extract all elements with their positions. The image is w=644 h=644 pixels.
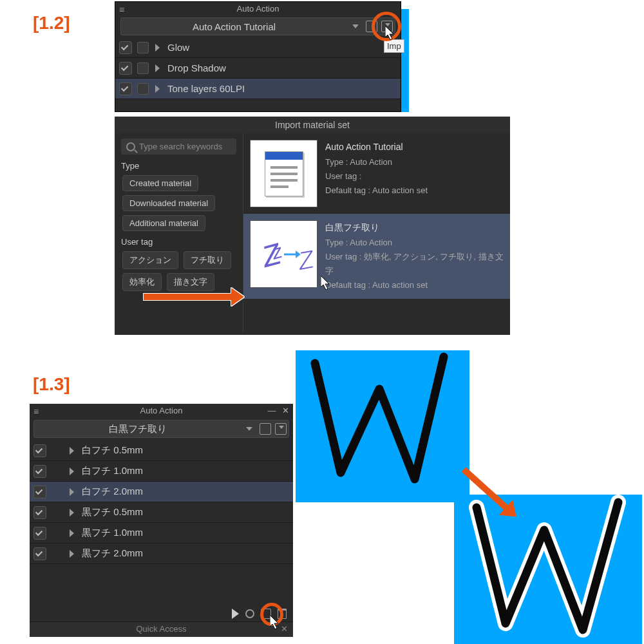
step-label-12: [1.2] <box>33 13 70 33</box>
record-button[interactable] <box>245 609 254 618</box>
example-after <box>454 495 642 644</box>
checkbox[interactable] <box>119 62 132 75</box>
panel-title: Auto Action <box>30 404 293 417</box>
checkbox[interactable] <box>119 41 132 54</box>
type-section-label: Type <box>121 161 236 171</box>
usertag-section-label: User tag <box>121 237 236 247</box>
checkbox[interactable] <box>33 465 46 478</box>
material-title: Auto Action Tutorial <box>325 140 428 155</box>
checkbox[interactable] <box>33 444 46 457</box>
chevron-right-icon[interactable] <box>70 550 74 558</box>
action-name: 白フチ 1.0mm <box>82 465 143 477</box>
close-button[interactable]: ✕ <box>282 406 289 415</box>
material-title: 白黒フチ取り <box>325 220 504 236</box>
material-usertag: User tag : 効率化, アクション, フチ取り, 描き文字 <box>325 250 504 278</box>
folder-icon[interactable] <box>260 423 271 435</box>
play-button[interactable] <box>232 609 239 619</box>
folder-icon[interactable] <box>366 21 377 32</box>
type-tag[interactable]: Created material <box>122 175 198 191</box>
material-default-tag: Default tag : Auto action set <box>325 184 428 198</box>
action-name: 黒フチ 1.0mm <box>82 527 143 539</box>
chevron-down-icon <box>352 24 359 28</box>
chevron-right-icon[interactable] <box>155 44 160 52</box>
document-icon <box>265 151 303 196</box>
import-icon[interactable] <box>275 423 287 435</box>
action-row[interactable]: 黒フチ 1.0mm <box>30 523 293 544</box>
search-icon <box>126 142 135 151</box>
action-row[interactable]: 白フチ 1.0mm <box>30 461 293 482</box>
type-tag[interactable]: Additional material <box>122 215 205 231</box>
blue-accent <box>401 9 409 112</box>
record-box[interactable] <box>137 62 149 74</box>
menu-icon[interactable]: ≡ <box>33 406 39 417</box>
window-controls: — ✕ <box>263 406 289 415</box>
action-set-dropdown[interactable]: Auto Action Tutorial <box>120 17 395 35</box>
action-name: 白フチ 2.0mm <box>82 486 143 498</box>
user-tag[interactable]: フチ取り <box>184 251 231 269</box>
cursor-icon <box>321 276 331 290</box>
user-tag[interactable]: 描き文字 <box>167 273 214 291</box>
annotation-arrow <box>144 294 232 300</box>
action-name: 黒フチ 2.0mm <box>82 547 143 560</box>
action-row[interactable]: Drop Shadow <box>115 58 401 79</box>
import-material-set-dialog: Import material set Type search keywords… <box>115 117 510 335</box>
checkbox[interactable] <box>33 506 46 519</box>
material-default-tag: Default tag : Auto action set <box>325 278 504 292</box>
cursor-icon <box>385 26 395 40</box>
auto-action-panel: ≡ Auto Action Auto Action Tutorial Glow … <box>115 1 401 112</box>
action-row[interactable]: 黒フチ 0.5mm <box>30 502 293 523</box>
type-tag[interactable]: Downloaded material <box>122 195 215 211</box>
auto-action-panel-2: ≡ Auto Action — ✕ 白黒フチ取り 白フチ 0.5mm 白フチ 1… <box>30 404 293 637</box>
material-thumbnail: Z z Z <box>250 220 317 288</box>
chevron-right-icon[interactable] <box>155 85 160 93</box>
material-usertag: User tag : <box>325 169 428 184</box>
action-row[interactable]: 白フチ 0.5mm <box>30 440 293 461</box>
action-name: Drop Shadow <box>167 62 226 73</box>
dropdown-label: 白黒フチ取り <box>34 423 241 435</box>
panel-title: Auto Action <box>115 2 401 15</box>
chevron-right-icon[interactable] <box>70 488 74 496</box>
action-row[interactable]: Glow <box>115 37 401 58</box>
chevron-right-icon[interactable] <box>70 468 74 475</box>
chevron-down-icon <box>246 427 252 431</box>
chevron-right-icon[interactable] <box>70 529 74 537</box>
material-type: Type : Auto Action <box>325 155 428 169</box>
chevron-right-icon[interactable] <box>70 447 74 455</box>
dropdown-label: Auto Action Tutorial <box>121 21 347 32</box>
checkbox[interactable] <box>33 547 46 560</box>
action-name: Glow <box>167 42 189 53</box>
checkbox[interactable] <box>33 486 46 498</box>
material-item[interactable]: Auto Action Tutorial Type : Auto Action … <box>243 133 510 214</box>
user-tag[interactable]: 効率化 <box>122 273 162 291</box>
filter-sidebar: Type search keywords Type Created materi… <box>115 133 243 333</box>
action-row[interactable]: 黒フチ 2.0mm <box>30 544 293 564</box>
chevron-right-icon[interactable] <box>155 64 160 72</box>
dialog-title: Import material set <box>115 117 510 133</box>
material-thumbnail <box>250 140 317 207</box>
close-icon[interactable]: ✕ <box>281 624 288 634</box>
action-set-dropdown[interactable]: 白黒フチ取り <box>33 420 289 438</box>
tooltip: Imp <box>384 39 404 53</box>
checkbox[interactable] <box>119 82 132 95</box>
record-box[interactable] <box>137 83 149 95</box>
cursor-icon <box>270 615 280 629</box>
material-type: Type : Auto Action <box>325 236 504 250</box>
quick-access-bar[interactable]: Quick Access ✕ <box>30 621 293 637</box>
search-input[interactable]: Type search keywords <box>121 138 236 155</box>
minimize-button[interactable]: — <box>267 406 276 415</box>
example-before <box>296 350 469 502</box>
action-row[interactable]: Tone layers 60LPI <box>115 79 401 99</box>
chevron-right-icon[interactable] <box>70 509 74 516</box>
action-name: 白フチ 0.5mm <box>82 444 143 457</box>
user-tag[interactable]: アクション <box>122 251 178 269</box>
record-box[interactable] <box>137 42 149 53</box>
checkbox[interactable] <box>33 527 46 540</box>
svg-text:Z: Z <box>295 244 316 275</box>
action-name: 黒フチ 0.5mm <box>82 506 143 518</box>
search-placeholder: Type search keywords <box>139 142 222 151</box>
material-item[interactable]: Z z Z 白黒フチ取り Type : Auto Action User tag… <box>243 214 510 299</box>
material-list: Auto Action Tutorial Type : Auto Action … <box>243 133 510 333</box>
action-name: Tone layers 60LPI <box>167 83 245 94</box>
menu-icon[interactable]: ≡ <box>119 5 124 15</box>
action-row[interactable]: 白フチ 2.0mm <box>30 482 293 502</box>
